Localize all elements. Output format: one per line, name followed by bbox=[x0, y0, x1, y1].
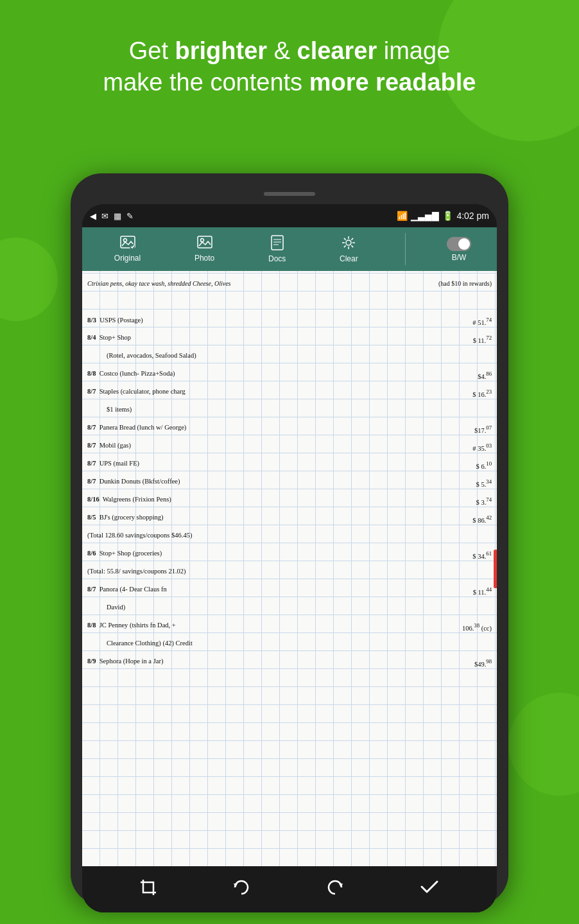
confirm-button[interactable] bbox=[418, 875, 441, 903]
photo-icon bbox=[197, 236, 212, 252]
note-line-12: (Total 128.60 savings/coupons $46.45) bbox=[87, 527, 492, 545]
toolbar: Original Photo bbox=[82, 227, 497, 271]
decorative-circle-left bbox=[0, 238, 58, 321]
toolbar-docs-label: Docs bbox=[268, 254, 286, 263]
note-line-10: 8/16 Walgreens (Frixion Pens) $ 3.74 bbox=[87, 491, 492, 509]
header-line2-part1: make the contents bbox=[103, 69, 309, 96]
toolbar-divider bbox=[405, 233, 406, 265]
email-icon: ✉ bbox=[101, 211, 108, 221]
phone-inner: ◀ ✉ ▦ ✎ 📶 ▁▃▅▇ 🔋 4:02 pm bbox=[82, 204, 497, 912]
note-line-14: (Total: 55.8/ savings/coupons 21.02) bbox=[87, 562, 492, 580]
status-bar: ◀ ✉ ▦ ✎ 📶 ▁▃▅▇ 🔋 4:02 pm bbox=[82, 204, 497, 227]
note-line-2: 8/3 USPS (Postage) # 51.74 bbox=[87, 311, 492, 329]
header-line1-part3: image bbox=[377, 37, 450, 64]
note-line-5: 8/7 Staples (calculator, phone charg$1 i… bbox=[87, 383, 492, 419]
phone-frame-wrapper: ◀ ✉ ▦ ✎ 📶 ▁▃▅▇ 🔋 4:02 pm bbox=[71, 173, 508, 905]
header-line1-part2: & bbox=[267, 37, 297, 64]
toolbar-item-original[interactable]: Original bbox=[108, 233, 147, 265]
svg-point-1 bbox=[123, 239, 126, 242]
signal-icon: ▁▃▅▇ bbox=[411, 211, 439, 221]
svg-line-15 bbox=[352, 238, 354, 240]
bw-toggle-circle bbox=[458, 238, 470, 250]
time-display: 4:02 pm bbox=[456, 211, 489, 221]
note-text-area: Ctrixian pens, okay tace wash, shredded … bbox=[82, 271, 497, 866]
note-line-13: 8/6 Stop+ Shop (groceries) $ 34.61 bbox=[87, 545, 492, 562]
note-content: Ctrixian pens, okay tace wash, shredded … bbox=[82, 271, 497, 866]
original-icon bbox=[120, 236, 135, 252]
bw-toggle[interactable] bbox=[447, 237, 471, 251]
status-bar-left: ◀ ✉ ▦ ✎ bbox=[90, 211, 134, 221]
note-line-7: 8/7 Mobil (gas) # 35.03 bbox=[87, 437, 492, 455]
toolbar-clear-label: Clear bbox=[340, 254, 358, 263]
svg-point-17 bbox=[346, 240, 351, 245]
note-line-15: 8/7 Panora (4- Dear Claus fnDavid) $ 11.… bbox=[87, 580, 492, 616]
rotate-right-button[interactable] bbox=[325, 877, 345, 902]
battery-icon: 🔋 bbox=[442, 211, 453, 221]
docs-icon bbox=[271, 235, 284, 252]
header-text: Get brighter & clearer image make the co… bbox=[0, 35, 579, 99]
toolbar-photo-label: Photo bbox=[194, 254, 214, 263]
header-line1-part1: Get bbox=[129, 37, 175, 64]
note-line-3: 8/4 Stop+ Shop(Rotel, avocados, Seafood … bbox=[87, 329, 492, 365]
toolbar-bw-label: B/W bbox=[452, 253, 467, 262]
scroll-indicator bbox=[494, 550, 497, 588]
phone-frame: ◀ ✉ ▦ ✎ 📶 ▁▃▅▇ 🔋 4:02 pm bbox=[71, 173, 508, 905]
note-line-9: 8/7 Dunkin Donuts (Bkfst/coffee) $ 5.34 bbox=[87, 473, 492, 491]
toolbar-item-docs[interactable]: Docs bbox=[262, 232, 292, 266]
svg-line-13 bbox=[344, 238, 346, 240]
toolbar-original-label: Original bbox=[114, 254, 141, 263]
clear-icon bbox=[341, 235, 356, 252]
bottom-action-bar bbox=[82, 866, 497, 912]
rotate-left-button[interactable] bbox=[231, 877, 252, 902]
phone-notch-bar bbox=[82, 185, 497, 203]
svg-line-14 bbox=[352, 245, 354, 247]
note-line-4: 8/8 Costco (lunch- Pizza+Soda) $4.86 bbox=[87, 365, 492, 383]
note-line-8: 8/7 UPS (mail FE) $ 6.10 bbox=[87, 455, 492, 473]
wifi-icon: 📶 bbox=[397, 211, 408, 221]
svg-rect-5 bbox=[272, 236, 283, 250]
note-line-11: 8/5 BJ's (grocery shopping) $ 86.42 bbox=[87, 509, 492, 527]
header-bold2: clearer bbox=[297, 37, 377, 64]
note-line-16: 8/8 JC Penney (tshirts fn Dad, +Clearanc… bbox=[87, 616, 492, 652]
note-line-17: 8/9 Sephora (Hope in a Jar) $49.98 bbox=[87, 652, 492, 670]
edit-icon: ✎ bbox=[126, 211, 134, 221]
header-bold1: brighter bbox=[175, 37, 268, 64]
phone-speaker bbox=[264, 192, 315, 196]
note-line-6: 8/7 Panera Bread (lunch w/ George) $17.0… bbox=[87, 419, 492, 437]
note-line-1: Ctrixian pens, okay tace wash, shredded … bbox=[87, 275, 492, 311]
document-area: Ctrixian pens, okay tace wash, shredded … bbox=[82, 271, 497, 866]
toolbar-item-bw[interactable]: B/W bbox=[447, 237, 471, 262]
back-icon[interactable]: ◀ bbox=[90, 211, 96, 221]
decorative-circle-right bbox=[508, 693, 579, 796]
crop-button[interactable] bbox=[138, 877, 159, 902]
toolbar-item-photo[interactable]: Photo bbox=[188, 233, 221, 265]
toolbar-item-clear[interactable]: Clear bbox=[333, 232, 365, 266]
svg-point-4 bbox=[200, 239, 203, 242]
header-bold3: more readable bbox=[309, 69, 476, 96]
svg-line-16 bbox=[344, 245, 346, 247]
image-icon: ▦ bbox=[114, 211, 121, 221]
svg-rect-3 bbox=[198, 236, 212, 248]
status-bar-right: 📶 ▁▃▅▇ 🔋 4:02 pm bbox=[397, 211, 489, 221]
